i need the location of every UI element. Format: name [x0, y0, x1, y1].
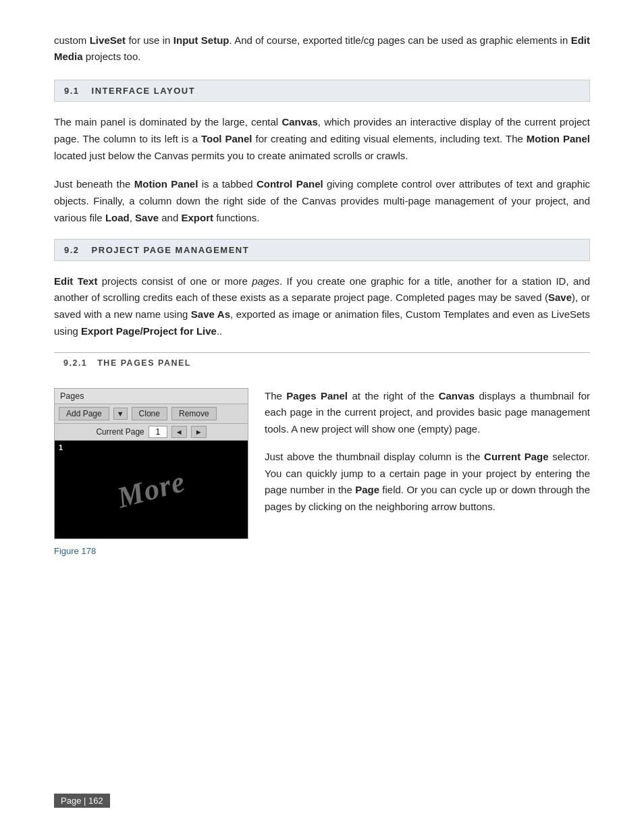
page-content: custom LiveSet for use in Input Setup. A…: [0, 0, 644, 828]
pages-panel-title: Pages: [55, 389, 248, 404]
add-page-button[interactable]: Add Page: [59, 407, 109, 420]
pages-panel-widget: Pages Add Page ▼ Clone Remove Current Pa…: [54, 388, 248, 539]
intro-edit-media: Edit Media: [54, 34, 590, 62]
section-921-text: The Pages Panel at the right of the Canv…: [265, 388, 590, 526]
section-921-content: Pages Add Page ▼ Clone Remove Current Pa…: [54, 388, 590, 539]
section-91-header: 9.1INTERFACE LAYOUT: [54, 80, 590, 102]
section-92-header: 9.2PROJECT PAGE MANAGEMENT: [54, 239, 590, 261]
section-91-para1: The main panel is dominated by the large…: [54, 114, 590, 164]
thumbnail-text: More: [113, 464, 189, 515]
intro-liveset: LiveSet: [90, 34, 126, 46]
section-91-num: 9.1: [64, 86, 80, 96]
pages-panel-toolbar: Add Page ▼ Clone Remove: [55, 404, 248, 424]
page-number: Page | 162: [54, 794, 110, 808]
page-next-button[interactable]: ►: [191, 426, 207, 438]
section-91-para2: Just beneath the Motion Panel is a tabbe…: [54, 176, 590, 226]
intro-paragraph: custom LiveSet for use in Input Setup. A…: [54, 32, 590, 65]
intro-input-setup: Input Setup: [173, 34, 230, 46]
section-91-title: INTERFACE LAYOUT: [92, 86, 196, 96]
section-92-paragraph: Edit Text projects consist of one or mor…: [54, 273, 590, 340]
remove-button[interactable]: Remove: [171, 407, 217, 420]
pages-panel-current-row: Current Page ◄ ►: [55, 424, 248, 441]
section-921-para2: Just above the thumbnail display column …: [265, 449, 590, 516]
section-92-num: 9.2: [64, 245, 80, 255]
current-page-label: Current Page: [96, 427, 144, 437]
section-92-title: PROJECT PAGE MANAGEMENT: [92, 245, 250, 255]
thumbnail-num: 1: [59, 443, 63, 451]
add-page-dropdown[interactable]: ▼: [113, 408, 128, 420]
figure-caption: Figure 178: [54, 546, 590, 556]
page-prev-button[interactable]: ◄: [171, 426, 187, 438]
section-921-header: 9.2.1 THE PAGES PANEL: [54, 352, 590, 373]
thumbnail-wrapper: 1 More: [55, 441, 248, 539]
section-921-title: THE PAGES PANEL: [97, 358, 191, 368]
section-921-para1: The Pages Panel at the right of the Canv…: [265, 388, 590, 438]
clone-button[interactable]: Clone: [132, 407, 167, 420]
page-thumbnail: 1 More: [55, 441, 248, 539]
current-page-input[interactable]: [149, 426, 167, 438]
page-footer: Page | 162: [54, 794, 110, 808]
section-921-num: 9.2.1: [63, 358, 87, 368]
